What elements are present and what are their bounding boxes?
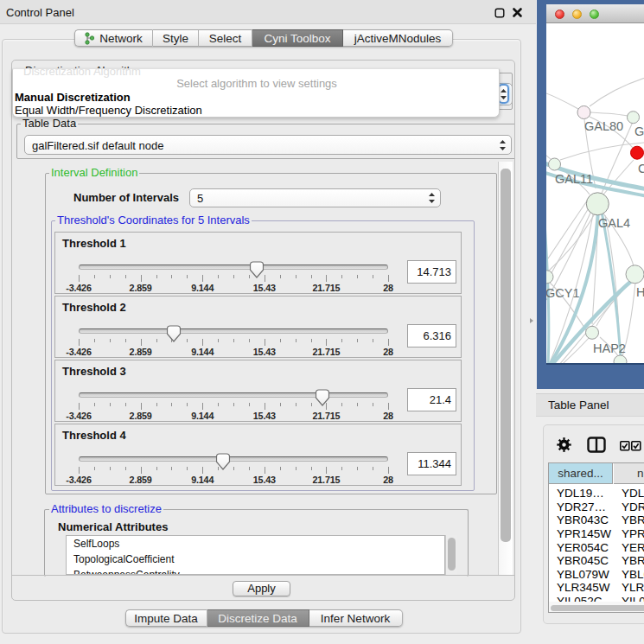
svg-text:GAL11: GAL11 bbox=[555, 172, 593, 186]
svg-text:GCY1: GCY1 bbox=[546, 286, 580, 300]
svg-text:GAL80: GAL80 bbox=[584, 119, 623, 133]
svg-text:GA: GA bbox=[634, 124, 644, 138]
svg-text:H: H bbox=[636, 285, 644, 299]
svg-text:C: C bbox=[638, 162, 644, 175]
svg-text:HAP2: HAP2 bbox=[593, 341, 626, 355]
svg-text:GAL4: GAL4 bbox=[598, 216, 630, 230]
